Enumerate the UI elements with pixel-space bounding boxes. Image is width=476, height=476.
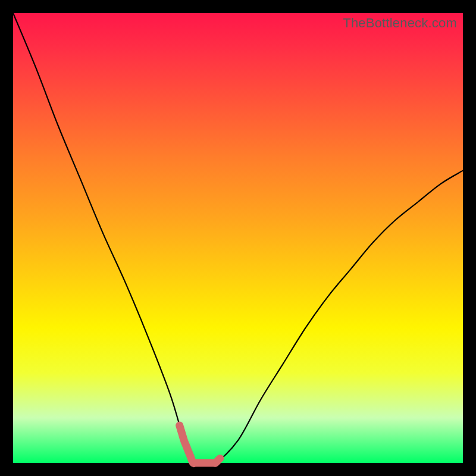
curve-layer <box>13 13 463 463</box>
chart-frame: TheBottleneck.com <box>0 0 476 476</box>
bottleneck-curve <box>13 13 463 465</box>
highlight-band <box>180 425 220 464</box>
plot-area: TheBottleneck.com <box>13 13 463 463</box>
